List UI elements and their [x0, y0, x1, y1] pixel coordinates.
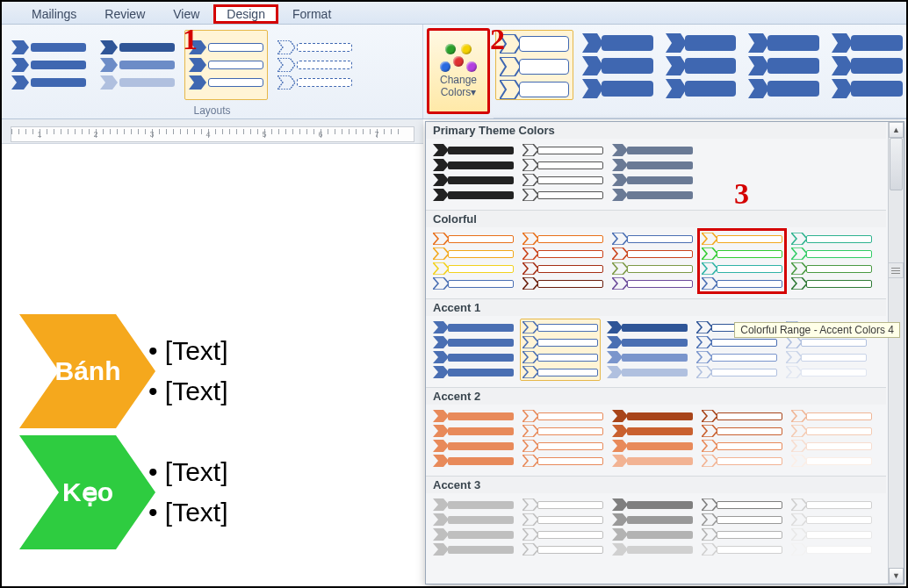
svg-marker-24: [832, 33, 853, 53]
svg-marker-92: [612, 425, 628, 437]
svg-marker-15: [582, 33, 603, 53]
tab-mailings[interactable]: Mailings: [18, 4, 90, 24]
layout-thumb-1[interactable]: [7, 30, 90, 100]
color-option[interactable]: [607, 321, 688, 378]
bullet-text[interactable]: • [Text]: [148, 457, 228, 487]
svg-marker-110: [522, 543, 538, 556]
color-option[interactable]: [522, 410, 603, 467]
horizontal-ruler[interactable]: 1234567: [11, 126, 414, 142]
color-option[interactable]: [702, 410, 782, 467]
color-row: [426, 405, 886, 476]
svg-marker-99: [791, 410, 807, 422]
color-option[interactable]: [433, 233, 514, 290]
svg-marker-52: [612, 247, 628, 260]
color-option[interactable]: [522, 498, 603, 556]
bullet-text[interactable]: • [Text]: [148, 336, 228, 366]
style-thumb-2[interactable]: [579, 30, 657, 100]
color-option[interactable]: [612, 410, 693, 467]
document-canvas: Bánh • [Text] • [Text] Kẹo • [Text] • [T…: [4, 147, 423, 584]
color-option[interactable]: [433, 144, 514, 201]
scroll-down-icon[interactable]: ▼: [889, 568, 904, 584]
bullet-text[interactable]: • [Text]: [148, 376, 228, 406]
style-thumb-3[interactable]: [662, 30, 740, 100]
color-option[interactable]: [433, 321, 514, 378]
layout-thumb-2[interactable]: [96, 30, 179, 100]
svg-marker-14: [500, 80, 521, 99]
color-option[interactable]: [702, 498, 782, 556]
svg-marker-84: [433, 425, 449, 437]
svg-marker-19: [666, 56, 687, 75]
svg-marker-57: [702, 262, 717, 275]
color-row: [426, 227, 886, 298]
svg-marker-64: [433, 336, 449, 348]
svg-marker-56: [702, 247, 717, 260]
scroll-thumb[interactable]: [890, 138, 903, 190]
svg-marker-17: [582, 79, 603, 98]
smartart-styles-strip: [494, 25, 906, 118]
svg-marker-58: [702, 277, 717, 290]
color-option[interactable]: [791, 498, 872, 556]
svg-marker-32: [433, 159, 449, 171]
smartart-item-1[interactable]: Bánh • [Text] • [Text]: [19, 314, 228, 428]
svg-marker-46: [433, 277, 449, 290]
color-option[interactable]: [433, 498, 514, 556]
svg-marker-106: [433, 543, 449, 556]
color-option[interactable]: [612, 144, 693, 201]
svg-marker-85: [433, 440, 449, 452]
color-option[interactable]: [612, 233, 693, 290]
svg-marker-102: [791, 455, 807, 467]
scroll-up-icon[interactable]: ▲: [889, 122, 904, 138]
svg-marker-25: [832, 56, 853, 75]
svg-marker-11: [277, 75, 295, 90]
color-option[interactable]: [433, 410, 514, 467]
tab-view[interactable]: View: [159, 4, 213, 24]
tab-review[interactable]: Review: [90, 4, 159, 24]
svg-marker-2: [11, 75, 29, 90]
color-option[interactable]: [702, 233, 782, 290]
svg-marker-47: [522, 233, 538, 245]
category-header: Accent 2: [426, 387, 886, 405]
smartart-graphic[interactable]: Bánh • [Text] • [Text] Kẹo • [Text] • [T…: [19, 314, 228, 556]
svg-marker-9: [277, 40, 295, 54]
svg-marker-115: [702, 498, 717, 511]
svg-marker-0: [11, 40, 29, 54]
svg-marker-10: [277, 58, 295, 72]
color-option[interactable]: [791, 233, 872, 290]
smartart-item-2[interactable]: Kẹo • [Text] • [Text]: [19, 435, 228, 549]
svg-marker-7: [189, 58, 206, 72]
svg-marker-103: [433, 498, 449, 511]
svg-marker-104: [433, 513, 449, 526]
svg-marker-95: [702, 410, 717, 422]
panel-scrollbar[interactable]: ▲ ▼: [888, 122, 904, 584]
tab-format[interactable]: Format: [278, 4, 345, 24]
svg-marker-89: [522, 440, 538, 452]
style-thumb-1[interactable]: [495, 30, 573, 100]
style-thumb-4[interactable]: [745, 30, 823, 100]
svg-marker-114: [612, 543, 628, 556]
color-option[interactable]: [791, 410, 872, 467]
color-dots-icon: [440, 44, 477, 70]
svg-marker-108: [522, 513, 538, 526]
color-option[interactable]: [522, 144, 603, 201]
svg-marker-51: [612, 233, 628, 245]
svg-marker-80: [786, 336, 802, 348]
svg-marker-21: [748, 33, 769, 53]
svg-marker-119: [791, 498, 807, 511]
bullet-text[interactable]: • [Text]: [148, 498, 228, 527]
svg-marker-82: [786, 366, 802, 378]
layout-thumb-4[interactable]: [273, 30, 357, 100]
annotation-3: 3: [734, 177, 749, 211]
style-thumb-5[interactable]: [828, 30, 906, 100]
svg-marker-90: [522, 455, 538, 467]
change-colors-button[interactable]: Change Colors▾: [427, 28, 490, 114]
color-option[interactable]: [520, 319, 601, 381]
svg-marker-74: [607, 366, 623, 378]
color-option[interactable]: [522, 233, 603, 290]
svg-marker-78: [696, 366, 712, 378]
color-option[interactable]: [612, 498, 693, 556]
svg-marker-69: [522, 351, 538, 363]
tab-design[interactable]: Design: [213, 4, 278, 24]
svg-marker-23: [748, 79, 769, 98]
svg-marker-43: [433, 233, 449, 245]
svg-marker-3: [100, 40, 118, 54]
